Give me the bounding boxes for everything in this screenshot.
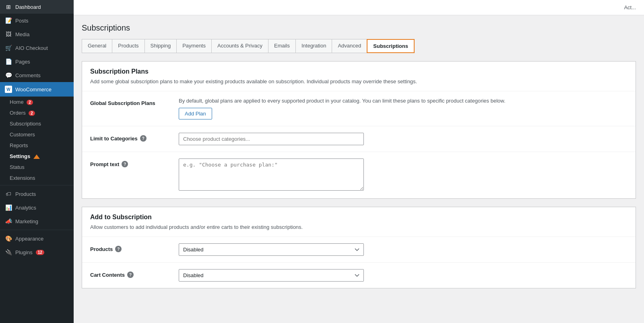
add-to-sub-products-field: Disabled Enabled bbox=[179, 243, 627, 256]
sidebar-subitem-extensions[interactable]: Extensions bbox=[0, 173, 74, 183]
cart-contents-help-icon[interactable]: ? bbox=[127, 272, 134, 278]
sidebar-item-pages[interactable]: 📄 Pages bbox=[0, 55, 74, 68]
sidebar-subitem-subscriptions[interactable]: Subscriptions bbox=[0, 118, 74, 129]
sidebar-item-marketing[interactable]: 📣 Marketing bbox=[0, 214, 74, 228]
sidebar-subitem-status[interactable]: Status bbox=[0, 162, 74, 173]
pages-icon: 📄 bbox=[5, 58, 12, 65]
sidebar-item-woocommerce[interactable]: W WooCommerce bbox=[0, 82, 74, 97]
prompt-text-label: Prompt text ? bbox=[90, 158, 171, 167]
sidebar-item-posts[interactable]: 📝 Posts bbox=[0, 14, 74, 27]
add-to-subscription-desc: Allow customers to add individual produc… bbox=[82, 224, 636, 237]
sidebar-subitem-customers[interactable]: Customers bbox=[0, 129, 74, 140]
sidebar-item-analytics[interactable]: 📊 Analytics bbox=[0, 201, 74, 214]
comments-icon: 💬 bbox=[5, 72, 12, 78]
prompt-text-field bbox=[179, 158, 627, 192]
sidebar-item-appearance[interactable]: 🎨 Appearance bbox=[0, 232, 74, 245]
limit-categories-field bbox=[179, 133, 627, 145]
sidebar-subitem-settings[interactable]: Settings bbox=[0, 151, 74, 162]
tab-general[interactable]: General bbox=[82, 39, 112, 53]
subscription-plans-title: Subscription Plans bbox=[82, 62, 636, 78]
marketing-icon: 📣 bbox=[5, 218, 12, 224]
sidebar-item-products[interactable]: 🏷 Products bbox=[0, 187, 74, 201]
limit-categories-help-icon[interactable]: ? bbox=[140, 135, 147, 142]
settings-tabs: General Products Shipping Payments Accou… bbox=[82, 39, 636, 53]
page-title: Subscriptions bbox=[82, 23, 636, 33]
tab-integration[interactable]: Integration bbox=[295, 39, 332, 53]
dashboard-icon: ⊞ bbox=[5, 4, 12, 10]
content-area: Subscriptions General Products Shipping … bbox=[74, 15, 644, 323]
sidebar-subitem-orders[interactable]: Orders 2 bbox=[0, 107, 74, 118]
sidebar-item-media[interactable]: 🖼 Media bbox=[0, 27, 74, 41]
sidebar-item-plugins[interactable]: 🔌 Plugins 12 bbox=[0, 245, 74, 259]
limit-categories-label: Limit to Categories ? bbox=[90, 133, 171, 142]
products-icon: 🏷 bbox=[5, 191, 12, 197]
limit-categories-row: Limit to Categories ? bbox=[82, 126, 636, 152]
cart-contents-row: Cart Contents ? Disabled Enabled bbox=[82, 263, 636, 288]
plugins-icon: 🔌 bbox=[5, 249, 12, 255]
cart-contents-label: Cart Contents ? bbox=[90, 269, 171, 278]
add-to-subscription-title: Add to Subscription bbox=[82, 207, 636, 224]
aio-icon: 🛒 bbox=[5, 45, 12, 51]
sidebar: ⊞ Dashboard 📝 Posts 🖼 Media 🛒 AIO Checko… bbox=[0, 0, 74, 323]
prompt-textarea[interactable] bbox=[179, 158, 364, 191]
subscription-plans-section: Subscription Plans Add some global subsc… bbox=[82, 61, 636, 199]
posts-icon: 📝 bbox=[5, 17, 12, 24]
tab-accounts-privacy[interactable]: Accounts & Privacy bbox=[211, 39, 268, 53]
woo-icon: W bbox=[5, 86, 12, 93]
appearance-icon: 🎨 bbox=[5, 235, 12, 242]
sidebar-divider-2 bbox=[0, 230, 74, 230]
tab-products[interactable]: Products bbox=[112, 39, 144, 53]
topbar-right: Act... bbox=[624, 4, 636, 10]
global-plans-field: By default, global plans are applied to … bbox=[179, 98, 627, 119]
products-select[interactable]: Disabled Enabled bbox=[179, 243, 364, 256]
cart-contents-field: Disabled Enabled bbox=[179, 269, 627, 282]
add-to-subscription-section: Add to Subscription Allow customers to a… bbox=[82, 207, 636, 288]
tab-shipping[interactable]: Shipping bbox=[144, 39, 177, 53]
add-to-sub-products-row: Products ? Disabled Enabled bbox=[82, 237, 636, 263]
prompt-text-row: Prompt text ? bbox=[82, 152, 636, 198]
media-icon: 🖼 bbox=[5, 31, 12, 37]
cart-contents-select[interactable]: Disabled Enabled bbox=[179, 269, 364, 282]
category-input[interactable] bbox=[179, 133, 364, 145]
add-plan-button[interactable]: Add Plan bbox=[179, 108, 212, 119]
tab-subscriptions[interactable]: Subscriptions bbox=[367, 39, 415, 53]
prompt-text-help-icon[interactable]: ? bbox=[122, 161, 128, 167]
add-to-sub-products-label: Products ? bbox=[90, 243, 171, 252]
analytics-icon: 📊 bbox=[5, 204, 12, 211]
products-help-icon[interactable]: ? bbox=[115, 246, 122, 252]
global-plans-field-desc: By default, global plans are applied to … bbox=[179, 98, 627, 104]
topbar: Act... bbox=[74, 0, 644, 15]
sidebar-subitem-reports[interactable]: Reports bbox=[0, 140, 74, 151]
sidebar-divider-1 bbox=[0, 185, 74, 185]
sidebar-item-comments[interactable]: 💬 Comments bbox=[0, 68, 74, 82]
global-plans-label: Global Subscription Plans bbox=[90, 98, 171, 106]
global-plans-row: Global Subscription Plans By default, gl… bbox=[82, 91, 636, 126]
sidebar-item-aio-checkout[interactable]: 🛒 AIO Checkout bbox=[0, 41, 74, 55]
tab-payments[interactable]: Payments bbox=[176, 39, 212, 53]
settings-arrow-icon bbox=[33, 154, 40, 159]
tab-emails[interactable]: Emails bbox=[268, 39, 296, 53]
sidebar-subitem-home[interactable]: Home 2 bbox=[0, 97, 74, 107]
main-area: Act... Subscriptions General Products Sh… bbox=[74, 0, 644, 323]
subscription-plans-desc: Add some global subscription plans to ma… bbox=[82, 78, 636, 91]
tab-advanced[interactable]: Advanced bbox=[332, 39, 367, 53]
sidebar-item-dashboard[interactable]: ⊞ Dashboard bbox=[0, 0, 74, 14]
